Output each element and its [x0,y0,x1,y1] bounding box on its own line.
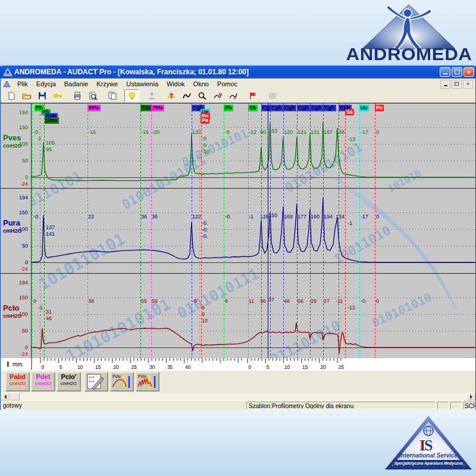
value-label: -9 [192,299,197,304]
menu-item-badanie[interactable]: Badanie [60,80,92,88]
cursor-line[interactable] [268,104,268,359]
scrollbar-thumb[interactable] [10,393,20,400]
value-label: 141 [46,231,55,237]
scroll-left-button[interactable] [1,393,10,400]
value-label: 36 [260,299,266,304]
toolbar-button-curves[interactable] [179,89,194,102]
value-label: 177 [298,214,306,220]
event-marker-cgh[interactable]: Cgh [297,105,310,111]
menu-item-okno[interactable]: Okno [189,80,213,88]
event-marker-sb[interactable]: Sb [248,105,258,111]
event-marker-cgh[interactable]: Cgh [323,105,336,111]
channel-button-pdet[interactable]: PdetcmH2O [31,372,55,392]
axis-scale-icon [167,92,176,100]
is-logo-line2: Specjalistyczna Aparatura Medyczna [394,461,463,466]
menu-item-krzywe[interactable]: Krzywe [92,80,122,88]
value-label: -1 [249,214,253,220]
event-marker-pb[interactable]: Pb [224,105,233,111]
toolbar-button-save[interactable] [35,89,49,102]
chart-panel-pclo: 0-13146385556-99910811363748562927-11-12… [1,274,475,359]
scroll-right-button[interactable] [466,393,475,400]
toolbar-button-marker-down[interactable] [226,89,240,102]
svg-text:40: 40 [185,364,191,370]
value-label: 167 [324,130,333,135]
axis-gutter-pclo: PclocmH2O194150100500-24 [1,274,32,358]
event-marker-pe[interactable]: Pe [201,117,209,124]
toolbar-button-scale-axes[interactable] [164,89,178,102]
toolbar-button-copy[interactable] [105,89,120,102]
menu-bar: PlikEdycjaBadanieKrzyweUstawieniaWidokOk… [1,79,475,90]
menu-item-ustawienia[interactable]: Ustawienia [122,80,162,88]
svg-text:15: 15 [302,364,308,370]
value-label: 36 [141,214,147,220]
event-marker-cgh[interactable]: Cgh [270,105,283,111]
value-label: -0. [225,214,231,220]
toolbar-button-print[interactable] [70,89,84,102]
event-marker-70pct[interactable]: 70% [151,105,164,111]
app-icon [3,68,12,76]
channel-button-pabd[interactable]: PabdcmH2O [5,372,30,392]
minimize-button[interactable] [440,67,450,77]
menu-item-widok[interactable]: Widok [162,80,189,88]
toolbar-button-patient-exit [144,89,159,102]
menu-item-pomoc[interactable]: Pomoc [213,80,242,88]
ruler-scale: Imm05101520253035400510152025 [1,358,475,370]
toolbar-button-key[interactable] [50,89,65,102]
tool-button-notes-pencil[interactable]: A/AA/A [84,372,108,392]
key-icon [53,92,62,100]
event-marker-pe[interactable]: Pe [375,105,384,111]
event-marker-cgh[interactable]: Cgh [310,105,323,111]
svg-text:5: 5 [267,364,270,370]
channel-button-pclo[interactable]: Pclo'cmH2O [57,372,81,392]
mdi-minimize-button[interactable] [440,80,450,89]
event-marker-umx[interactable]: Umx [45,117,59,124]
value-label: -0. [202,221,208,226]
svg-text:S: S [424,437,433,454]
svg-text:25: 25 [339,364,345,370]
header-area: ANDROMEDA [0,0,476,65]
tool-button-pclo-smooth-curve[interactable]: Pclo [110,372,134,392]
chart-area[interactable]: 0110101101011010111010101010101001010101… [1,103,475,359]
toolbar-button-open[interactable] [19,89,34,102]
y-tick-label: 150 [1,125,28,130]
value-label: 8 [225,299,228,304]
toolbar-button-zoom[interactable] [195,89,209,102]
toolbar-button-flag[interactable] [245,89,260,102]
value-label: 120 [284,130,293,135]
mdi-close-button[interactable]: × [463,80,473,89]
toolbar-separator [241,90,245,102]
value-label: 163 [268,129,277,134]
horizontal-scrollbar[interactable] [1,393,475,400]
event-marker-ue[interactable]: Ue [359,105,369,111]
value-label: 160 [311,214,320,220]
event-marker-50pct[interactable]: 50% [87,105,101,111]
toolbar-separator [159,90,164,102]
value-label: -9 [202,143,206,148]
toolbar-button-marker-up[interactable] [210,89,225,102]
toolbar-button-new[interactable] [4,89,18,102]
status-panel-1 [437,402,449,409]
title-bar[interactable]: ANDROMEDA - AUDACT Pro - [Kowalska, Fran… [1,65,475,79]
lamp-icon [127,92,137,100]
event-marker-cgh[interactable]: Cgh [283,105,296,111]
value-label: 2 [38,136,41,142]
menu-item-edycja[interactable]: Edycja [32,80,60,88]
is-logo-line1: International Service [399,452,458,459]
value-label: -19 [141,130,149,135]
toolbar-button-highlight-lamp[interactable] [124,89,139,102]
close-button[interactable]: × [464,67,474,77]
channel-button-label: Pabd [7,373,29,381]
y-tick-label: 150 [1,295,28,300]
toolbar-button-print-preview[interactable] [85,89,100,102]
pclo-trace [32,274,475,358]
value-label: -17 [361,214,368,220]
tool-button-pclo-jagged-curve[interactable]: Pclo [136,372,159,392]
maximize-button[interactable] [452,67,462,77]
magnifier-icon [198,92,207,100]
event-marker-se[interactable]: Se [345,109,354,115]
menu-item-plik[interactable]: Plik [13,80,32,88]
mdi-restore-button[interactable] [452,80,462,89]
svg-text:20: 20 [320,364,326,370]
screen: ANDROMEDA ANDROMEDA - AUDACT Pro - [Kowa… [0,0,476,476]
channel-button-unit: cmH2O [7,381,29,386]
